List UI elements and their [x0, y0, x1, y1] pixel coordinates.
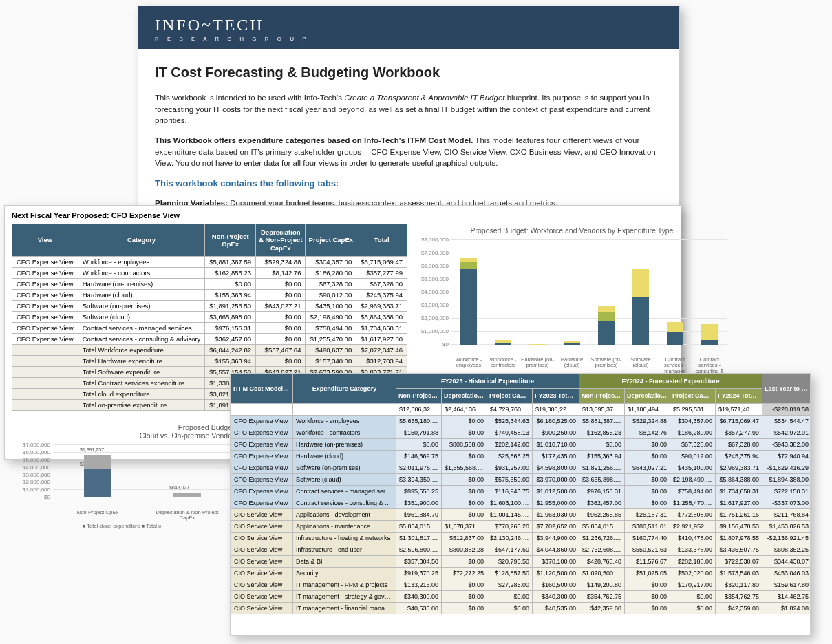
- table-row: Total Workforce expenditure$6,044,242.82…: [12, 345, 407, 356]
- tabs-heading: This workbook contains the following tab…: [155, 178, 663, 191]
- chart-bar: $643,027: [173, 493, 201, 497]
- doc-title: IT Cost Forecasting & Budgeting Workbook: [155, 63, 663, 83]
- table-row: CFO Expense ViewHardware (on-premises)$0…: [12, 279, 407, 290]
- mini-title-a: Proposed Budge: [178, 423, 232, 431]
- chart-bar: [598, 306, 615, 345]
- mini-title-b: Cloud vs. On-premise Vendo: [140, 431, 232, 440]
- mini-chart-wrap: Proposed Budge Cloud vs. On-premise Vend…: [12, 423, 232, 529]
- table-row: CIO Service ViewApplications - developme…: [231, 508, 811, 520]
- cfo-panel-title: Next Fiscal Year Proposed: CFO Expense V…: [12, 211, 674, 219]
- h-grp-fcst: FY2024 - Forecasted Expenditure: [579, 374, 762, 389]
- chart-bar: [495, 340, 511, 345]
- table-row: CIO Service ViewIT management - strategy…: [231, 590, 811, 602]
- table-row: CFO Expense ViewContract services - mana…: [12, 323, 407, 334]
- chart-bar: [701, 324, 718, 345]
- table-row: CFO Expense ViewWorkforce - employees$5,…: [12, 257, 407, 268]
- table-row: CFO Expense ViewHardware (cloud)$155,363…: [12, 290, 407, 301]
- table-row: CIO Service ViewIT management - PPM & pr…: [231, 579, 811, 590]
- table-row: CFO Expense ViewHardware (cloud)$146,569…: [231, 450, 811, 462]
- chart-bar: $3,821,262$1,891,257: [84, 455, 111, 497]
- table-row: CFO Expense ViewSoftware (cloud)$3,665,8…: [12, 312, 407, 323]
- chart1-title: Proposed Budget: Workforce and Vendors b…: [417, 226, 727, 235]
- table-row: CFO Expense ViewSoftware (on-premises)$1…: [12, 301, 407, 312]
- table-row: CFO Expense ViewHardware (on-premises)$0…: [231, 438, 811, 450]
- table-row: Total Hardware expenditure$155,363.94$0.…: [12, 356, 407, 367]
- chart-bar: [529, 344, 546, 345]
- table-row: CFO Expense ViewSoftware (cloud)$3,394,3…: [231, 473, 811, 485]
- h-view: ITFM Cost Model View: [231, 374, 293, 404]
- table-row: CFO Expense ViewContract services - cons…: [231, 497, 811, 508]
- brand-logo: INFO~TECH: [155, 16, 663, 34]
- historical-forecast-panel: ITFM Cost Model View Expenditure Categor…: [230, 373, 811, 636]
- table-row: $12,606,323.25$2,464,136.00$4,729,760.75…: [231, 403, 811, 415]
- chart-bar: [564, 341, 580, 345]
- doc-p1: This workbook is intended to be used wit…: [155, 92, 663, 127]
- brand-header: INFO~TECH R E S E A R C H G R O U P: [138, 6, 679, 49]
- table-row: CFO Expense ViewContract services - mana…: [231, 485, 811, 497]
- chart1: $0$1,000,000$2,000,000$3,000,000$4,000,0…: [417, 240, 727, 357]
- table-row: CIO Service ViewInfrastructure - end use…: [231, 544, 811, 555]
- mini-chart: $0$1,000,000$2,000,000$3,000,000$4,000,0…: [12, 445, 232, 510]
- wide-table: ITFM Cost Model View Expenditure Categor…: [231, 374, 811, 614]
- h-category: Expenditure Category: [293, 374, 396, 404]
- table-row: CFO Expense ViewWorkforce - employees$5,…: [231, 415, 811, 427]
- table-row: CIO Service ViewSecurity$919,370.25$72,2…: [231, 567, 811, 579]
- table-row: CFO Expense ViewContract services - cons…: [12, 334, 407, 345]
- table-row: CIO Service ViewApplications - maintenan…: [231, 520, 811, 532]
- doc-p2: This Workbook offers expenditure categor…: [155, 135, 663, 169]
- table-row: CIO Service ViewData & BI$357,304.50$0.0…: [231, 555, 811, 567]
- table-row: CIO Service ViewInfrastructure - hosting…: [231, 532, 811, 544]
- h-grp-hist: FY2023 - Historical Expenditure: [396, 374, 579, 389]
- chart-bar: [460, 258, 477, 345]
- chart-bar: [632, 269, 649, 345]
- mini-legend: ■ Total cloud expenditure ■ Total o: [12, 523, 232, 529]
- table-row: CFO Expense ViewWorkforce - contractors$…: [231, 427, 811, 438]
- brand-subtitle: R E S E A R C H G R O U P: [155, 36, 663, 42]
- table-row: CFO Expense ViewSoftware (on-premises)$2…: [231, 462, 811, 473]
- h-variance: Last Year to Next Year Variance ($): [762, 374, 811, 404]
- table-row: CFO Expense ViewWorkforce - contractors$…: [12, 268, 407, 279]
- table-row: CIO Service ViewIT management - financia…: [231, 602, 811, 614]
- chart-bar: [667, 322, 683, 345]
